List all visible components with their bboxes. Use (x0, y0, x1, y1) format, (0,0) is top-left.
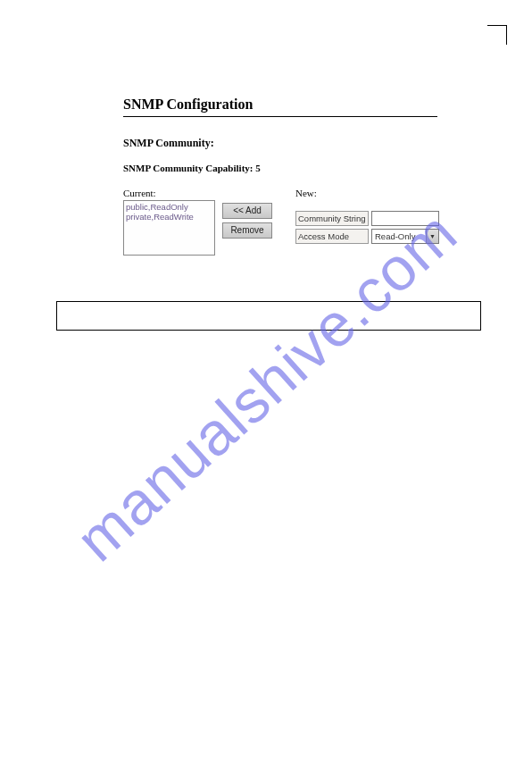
community-string-input[interactable] (371, 211, 439, 226)
button-column: << Add Remove (222, 203, 272, 239)
list-item[interactable]: public,ReadOnly (126, 202, 212, 212)
caption-box (56, 301, 481, 331)
list-item[interactable]: private,ReadWrite (126, 212, 212, 222)
add-button[interactable]: << Add (222, 203, 272, 219)
access-mode-row: Access Mode Read-Only ▼ (295, 229, 439, 244)
community-string-row: Community String (295, 211, 439, 226)
page-title: SNMP Configuration (123, 96, 437, 113)
community-string-label: Community String (295, 211, 369, 226)
new-column: New: Community String Access Mode Read-O… (295, 188, 439, 247)
new-label: New: (295, 188, 439, 198)
chevron-down-icon: ▼ (426, 230, 438, 243)
section-heading: SNMP Community: (123, 137, 437, 150)
corner-crop-mark (487, 25, 507, 45)
current-listbox[interactable]: public,ReadOnly private,ReadWrite (123, 200, 215, 256)
access-mode-value: Read-Only (375, 231, 415, 241)
access-mode-select[interactable]: Read-Only ▼ (371, 229, 439, 244)
current-label: Current: (123, 188, 215, 198)
current-column: Current: public,ReadOnly private,ReadWri… (123, 188, 215, 256)
new-fields-table: Community String Access Mode Read-Only ▼ (295, 211, 439, 244)
title-underline (123, 116, 437, 117)
access-mode-label: Access Mode (295, 229, 369, 244)
capability-text: SNMP Community Capability: 5 (123, 163, 437, 173)
remove-button[interactable]: Remove (222, 222, 272, 239)
main-content: SNMP Configuration SNMP Community: SNMP … (123, 96, 437, 256)
form-row: Current: public,ReadOnly private,ReadWri… (123, 188, 437, 256)
